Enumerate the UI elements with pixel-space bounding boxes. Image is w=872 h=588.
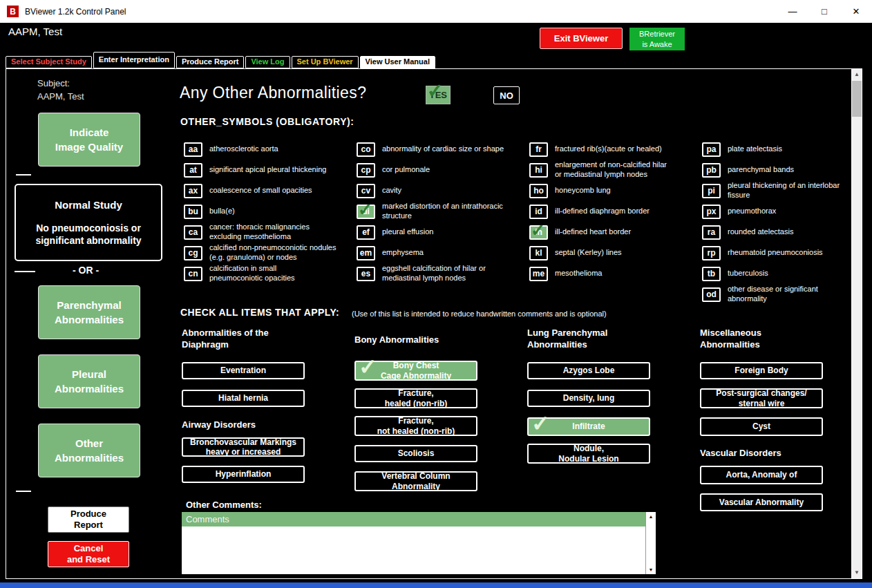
symbol-row: pa plate atelectasis [702,139,869,160]
exit-bviewer-button[interactable]: Exit BViewer [540,28,623,49]
scroll-down-icon[interactable]: ▼ [852,567,862,578]
produce-report-button[interactable]: Produce Report [48,506,129,533]
tab-produce-report[interactable]: Produce Report [176,56,245,68]
symbol-em-checkbox[interactable]: em [357,246,375,260]
symbol-ca-checkbox[interactable]: ca [184,225,202,240]
symbol-label: calcified non-pneumoconiotic nodules (e.… [209,243,336,263]
symbol-hi-checkbox[interactable]: hi [529,163,548,178]
check-items-note: (Use of this list is intended to reduce … [352,310,607,318]
tab-select-subject-study[interactable]: Select Subject Study [6,56,92,68]
symbol-row: ih ✓ ill-defined heart border [529,222,696,243]
symbol-pb-checkbox[interactable]: pb [702,163,721,178]
scrollbar-thumb[interactable] [852,81,862,117]
check-item-fracture-healed[interactable]: Fracture, healed (non-rib) [354,388,477,408]
symbol-label: abnormality of cardiac size or shape [382,144,504,154]
comments-input[interactable] [182,527,645,574]
symbol-code: cp [361,165,370,175]
check-item-label: Infiltrate [572,421,605,431]
tab-view-log[interactable]: View Log [245,56,290,68]
tab-view-user-manual[interactable]: View User Manual [360,56,435,68]
symbol-ef-checkbox[interactable]: ef [357,225,375,240]
symbol-pi-checkbox[interactable]: pi [702,184,721,198]
symbol-id-checkbox[interactable]: id [529,205,548,219]
symbol-px-checkbox[interactable]: px [702,205,721,219]
check-item-infiltrate[interactable]: ✓ Infiltrate [527,417,650,436]
symbol-di-checkbox[interactable]: di ✓ [357,205,375,219]
scroll-down-icon[interactable]: ▼ [646,567,656,572]
symbol-rp-checkbox[interactable]: rp [702,246,721,260]
check-item-density-lung[interactable]: Density, lung [527,390,650,407]
check-item-eventration[interactable]: Eventration [182,362,305,379]
check-item-aorta-anomaly[interactable]: Aorta, Anomaly of [700,466,823,484]
check-item-bony-chest-cage[interactable]: ✓ Bony Chest Cage Abnormality [354,361,477,381]
symbol-pa-checkbox[interactable]: pa [702,142,721,157]
symbol-row: di ✓ marked distortion of an intrathorac… [357,201,524,222]
check-item-fracture-not-healed[interactable]: Fracture, not healed (non-rib) [354,416,477,436]
check-item-hyperinflation[interactable]: Hyperinflation [182,466,305,483]
symbol-label: rounded atelectasis [728,227,793,237]
symbol-label: cavity [382,186,401,196]
yes-button[interactable]: YES ✓ [426,86,451,104]
bony-group-heading: Bony Abnormalities [354,334,439,346]
check-item-foreign-body[interactable]: Foreign Body [700,362,823,379]
symbol-code: id [535,207,542,216]
pleural-abnormalities-button[interactable]: Pleural Abnormalities [38,354,140,408]
symbol-cv-checkbox[interactable]: cv [357,184,375,198]
symbol-tb-checkbox[interactable]: tb [702,267,721,281]
symbol-ra-checkbox[interactable]: ra [702,225,721,240]
close-button[interactable]: ✕ [840,0,872,23]
scroll-up-icon[interactable]: ▲ [646,514,656,519]
symbol-es-checkbox[interactable]: es [357,267,375,281]
symbol-aa-checkbox[interactable]: aa [184,142,202,157]
symbol-bu-checkbox[interactable]: bu [184,205,202,219]
indicate-image-quality-button[interactable]: Indicate Image Quality [38,113,140,167]
normal-study-button[interactable]: Normal Study No pneumoconiosis or signif… [15,184,162,261]
check-item-azygos-lobe[interactable]: Azygos Lobe [527,362,650,379]
symbol-column-4: pa plate atelectasis pb parenchymal band… [702,139,869,305]
check-item-vascular-abnormality[interactable]: Vascular Abnormality [700,493,823,511]
check-item-vertebral-column[interactable]: Vertebral Column Abnormality [354,471,477,491]
other-abnormalities-button[interactable]: Other Abnormalities [38,424,140,477]
symbol-row: kl septal (Kerley) lines [529,243,696,263]
scroll-up-icon[interactable]: ▲ [852,69,862,80]
symbol-ax-checkbox[interactable]: ax [184,184,202,198]
symbol-od-checkbox[interactable]: od [702,287,721,302]
taskbar-edge [0,582,872,588]
check-item-hiatal-hernia[interactable]: Hiatal hernia [182,390,305,407]
or-label: - OR - [73,265,99,276]
check-item-bronchovascular-markings[interactable]: Bronchovascular Markings heavy or increa… [182,437,305,457]
symbol-cg-checkbox[interactable]: cg [184,246,202,260]
panel-scrollbar[interactable]: ▲ ▼ [851,69,862,578]
symbol-ih-checkbox[interactable]: ih ✓ [529,225,548,240]
symbol-me-checkbox[interactable]: me [529,267,548,281]
tab-enter-interpretation[interactable]: Enter Interpretation [93,52,175,68]
tab-set-up-bviewer[interactable]: Set Up BViewer [292,56,359,68]
check-item-scoliosis[interactable]: Scoliosis [354,445,477,462]
comments-field-title[interactable]: Comments [182,512,645,527]
bretriever-status-button[interactable]: BRetriever is Awake [629,28,685,50]
symbol-label: coalescence of small opacities [209,186,312,196]
check-item-post-surgical[interactable]: Post-surgical changes/ sternal wire [700,388,823,408]
symbol-code: es [361,269,370,278]
parenchymal-abnormalities-button[interactable]: Parenchymal Abnormalities [38,285,140,339]
check-item-cyst[interactable]: Cyst [700,417,823,436]
comments-scrollbar[interactable]: ▲ ▼ [645,512,656,574]
symbol-cp-checkbox[interactable]: cp [357,163,375,178]
cancel-and-reset-button[interactable]: Cancel and Reset [48,541,129,567]
symbol-fr-checkbox[interactable]: fr [529,142,548,157]
symbol-row: rp rheumatoid pneumoconiosis [702,243,869,263]
symbol-label: significant apical pleural thickening [209,165,326,175]
symbol-co-checkbox[interactable]: co [357,142,375,157]
symbol-kl-checkbox[interactable]: kl [529,246,548,260]
page-title: Any Other Abnormalities? [180,84,366,102]
maximize-button[interactable]: □ [808,0,840,23]
no-button[interactable]: NO [493,86,520,104]
check-item-nodule[interactable]: Nodule, Nodular Lesion [527,444,650,464]
symbol-at-checkbox[interactable]: at [184,163,202,178]
symbol-row: ax coalescence of small opacities [184,180,351,201]
symbol-ho-checkbox[interactable]: ho [529,184,548,198]
symbol-cn-checkbox[interactable]: cn [184,267,202,281]
comments-box: Comments ▲ ▼ [182,512,656,574]
symbol-label: emphysema [382,248,424,258]
minimize-button[interactable]: — [777,0,808,23]
